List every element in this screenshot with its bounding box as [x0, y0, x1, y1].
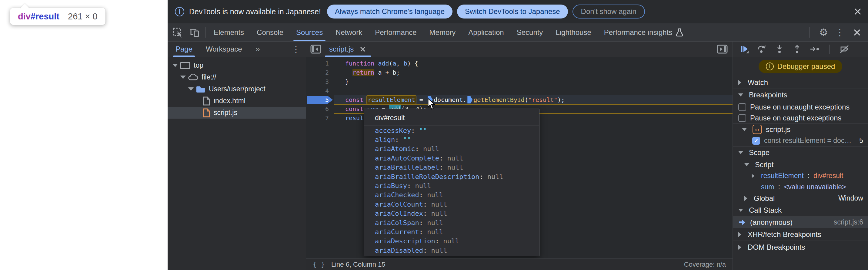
property-value: null: [415, 182, 431, 189]
deactivate-breakpoints-icon[interactable]: [839, 44, 849, 54]
property-colon: :: [439, 163, 447, 171]
code-line-4[interactable]: 4: [306, 86, 733, 95]
navigator-tab-page[interactable]: Page: [176, 41, 192, 57]
property-value: "": [403, 136, 411, 144]
checkbox-row-pause-on-caught-exceptions[interactable]: Pause on caught exceptions: [733, 113, 868, 124]
section-header-call-stack[interactable]: Call Stack: [733, 204, 868, 217]
code-line-content: return a + b;: [334, 68, 733, 77]
code-line-5[interactable]: 5const resultElement = document.getEleme…: [306, 95, 733, 104]
mouse-cursor: [427, 98, 437, 110]
inspect-icon[interactable]: [173, 27, 183, 38]
tab-sources[interactable]: Sources: [290, 23, 329, 41]
pretty-print-icon[interactable]: { }: [313, 261, 325, 268]
tree-item-script-js[interactable]: script.js: [167, 107, 306, 119]
section-label: Call Stack: [749, 206, 782, 214]
chevron-right-icon[interactable]: [752, 174, 755, 178]
notification-button-always-match-chrome-s-language[interactable]: Always match Chrome's language: [327, 5, 453, 19]
settings-gear-icon[interactable]: ⚙: [819, 27, 828, 37]
call-stack-frame[interactable]: (anonymous)script.js:6: [733, 217, 868, 228]
step-into-icon[interactable]: [775, 44, 784, 54]
property-value: null: [431, 201, 447, 208]
tree-item-file[interactable]: file://: [167, 71, 306, 83]
chevron-right-icon[interactable]: [738, 80, 741, 85]
expand-arrow-icon[interactable]: [180, 76, 186, 79]
notification-close-icon[interactable]: [852, 6, 863, 17]
variable-value: <value unavailable>: [784, 183, 846, 191]
tab-security[interactable]: Security: [510, 23, 550, 41]
device-toolbar-icon[interactable]: [189, 27, 200, 38]
notification-button-switch-devtools-to-japanese[interactable]: Switch DevTools to Japanese: [457, 5, 568, 19]
step-over-icon[interactable]: [757, 44, 767, 54]
tab-elements[interactable]: Elements: [207, 23, 250, 41]
checkbox-row-pause-on-uncaught-exceptions[interactable]: Pause on uncaught exceptions: [733, 101, 868, 113]
continue-to-here-marker-icon[interactable]: [467, 96, 472, 103]
navigator-tab-strip: PageWorkspace » ⋮: [167, 41, 306, 57]
resume-pause-icon[interactable]: [740, 44, 749, 54]
tree-item-index-html[interactable]: index.html: [167, 95, 306, 107]
step-icon[interactable]: [810, 44, 819, 54]
tab-network[interactable]: Network: [329, 23, 369, 41]
editor-tab-close-icon[interactable]: [359, 45, 367, 53]
code-line-1[interactable]: 1function add(a, b) {: [306, 59, 733, 68]
notification-button-don-t-show-again[interactable]: Don't show again: [572, 5, 645, 19]
more-options-icon[interactable]: ⋮: [835, 28, 844, 37]
property-colon: :: [395, 136, 403, 144]
chevron-right-icon[interactable]: [744, 196, 747, 201]
expand-arrow-icon[interactable]: [173, 64, 178, 67]
chevron-down-icon[interactable]: [738, 151, 743, 154]
section-header-scope[interactable]: Scope: [733, 146, 868, 159]
property-colon: :: [479, 173, 487, 181]
toggle-debugger-panel-icon[interactable]: [717, 41, 728, 57]
section-header-dom-breakpoints[interactable]: DOM Breakpoints: [733, 241, 868, 253]
tab-performance-insights[interactable]: Performance insights: [598, 23, 690, 41]
line-number-5[interactable]: 5: [306, 95, 334, 104]
notification-message: DevTools is now available in Japanese!: [189, 7, 321, 16]
checkbox[interactable]: [738, 103, 746, 111]
code-token: ) {: [407, 60, 418, 67]
section-header-watch[interactable]: Watch: [733, 76, 868, 89]
code-line-2[interactable]: 2 return a + b;: [306, 68, 733, 77]
code-line-content: }: [334, 77, 733, 86]
section-header-breakpoints[interactable]: Breakpoints: [733, 89, 868, 101]
scope-node-global[interactable]: GlobalWindow: [733, 193, 868, 204]
code-line-3[interactable]: 3}: [306, 77, 733, 86]
tree-item-label: Users/user/project: [209, 85, 266, 93]
tab-memory[interactable]: Memory: [423, 23, 462, 41]
more-tabs-icon[interactable]: »: [255, 41, 260, 57]
toolbar-divider: [205, 27, 206, 38]
chevron-down-icon[interactable]: [744, 163, 749, 166]
navigator-tab-workspace[interactable]: Workspace: [206, 41, 242, 57]
checkbox[interactable]: [738, 114, 746, 122]
chevron-down-icon[interactable]: [738, 209, 743, 212]
toggle-navigator-panel-icon[interactable]: [310, 41, 321, 57]
section-header-xhr-fetch-breakpoints[interactable]: XHR/fetch Breakpoints: [733, 228, 868, 241]
expand-arrow-icon[interactable]: [188, 87, 194, 91]
scope-variable-resultelement[interactable]: resultElement: div#result: [733, 170, 868, 181]
breakpoint-group-script-js[interactable]: script.js: [733, 124, 868, 135]
chevron-down-icon[interactable]: [738, 93, 743, 96]
code-token: getElementById: [473, 96, 525, 103]
code-token: const: [345, 105, 363, 113]
tab-performance[interactable]: Performance: [369, 23, 423, 41]
tab-lighthouse[interactable]: Lighthouse: [549, 23, 597, 41]
popup-property-ariaatomic: ariaAtomic: null: [364, 144, 539, 153]
chevron-down-icon[interactable]: [742, 128, 747, 131]
scope-node-script[interactable]: Script: [733, 159, 868, 170]
scope-variable-sum[interactable]: sum: <value unavailable>: [733, 181, 868, 193]
step-out-icon[interactable]: [792, 44, 802, 54]
breakpoint-checkbox[interactable]: [752, 137, 760, 145]
tab-console[interactable]: Console: [250, 23, 290, 41]
chevron-right-icon[interactable]: [738, 245, 741, 250]
breakpoint-entry[interactable]: const resultElement = doc…5: [733, 135, 868, 146]
tab-application[interactable]: Application: [462, 23, 510, 41]
editor-tab-script-js[interactable]: script.js: [324, 41, 372, 57]
tab-label: Sources: [296, 28, 323, 37]
popup-property-ariabraillelabel: ariaBrailleLabel: null: [364, 163, 539, 172]
tree-item-users-user-project[interactable]: Users/user/project: [167, 83, 306, 95]
devtools-close-icon[interactable]: [851, 27, 863, 38]
navigator-menu-icon[interactable]: ⋮: [291, 41, 306, 57]
code-token: const: [345, 96, 363, 103]
chevron-right-icon[interactable]: [738, 232, 741, 237]
tree-item-top[interactable]: top: [167, 59, 306, 71]
object-preview-popup: div#result accessKey: ""align: ""ariaAto…: [364, 109, 539, 256]
